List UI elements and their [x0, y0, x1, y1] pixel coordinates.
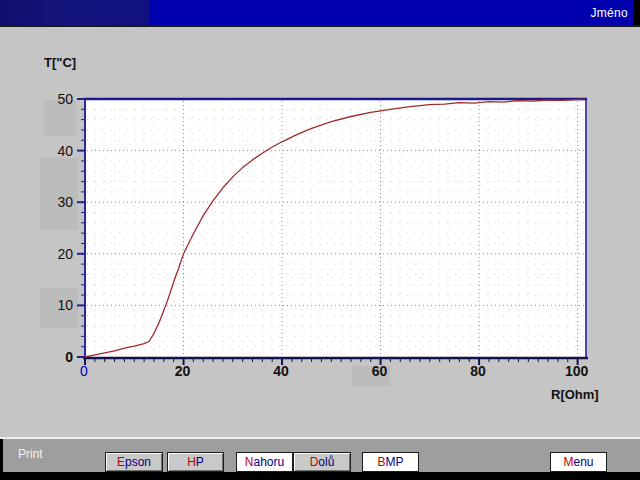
svg-text:80: 80	[470, 363, 486, 379]
titlebar-title: Jméno	[590, 6, 628, 20]
y-axis-label: T["C]	[44, 55, 76, 70]
svg-text:40: 40	[57, 143, 73, 159]
major-gridlines	[87, 101, 584, 356]
svg-text:20: 20	[57, 246, 73, 262]
footer-black-strip	[0, 472, 640, 480]
button-hp[interactable]: HP	[167, 452, 224, 472]
ghost-artifact	[40, 158, 78, 230]
chart-canvas: 01020304050020406080100	[0, 0, 640, 440]
button-nahoru[interactable]: Nahoru	[236, 452, 293, 472]
x-tick-labels: 020406080100	[80, 363, 588, 379]
svg-text:100: 100	[565, 363, 589, 379]
titlebar-right-cap	[634, 0, 640, 25]
ticks	[77, 99, 578, 365]
button-bmp[interactable]: BMP	[362, 452, 419, 472]
ghost-artifact	[352, 366, 390, 386]
ghost-artifact	[40, 288, 78, 328]
app-logo	[0, 0, 150, 25]
svg-text:0: 0	[80, 363, 88, 379]
app-screen: Jméno T["C] R[Ohm] 010203040500204060801…	[0, 0, 640, 480]
x-axis-label: R[Ohm]	[551, 387, 599, 402]
svg-text:20: 20	[175, 363, 191, 379]
plot-background	[86, 100, 585, 357]
axes	[83, 99, 588, 359]
button-dolů[interactable]: Dolů	[293, 452, 351, 472]
ghost-artifact	[44, 100, 76, 136]
print-label: Print	[18, 447, 43, 461]
svg-text:0: 0	[65, 349, 73, 365]
svg-text:40: 40	[273, 363, 289, 379]
title-bar: Jméno	[0, 0, 640, 27]
button-epson[interactable]: Epson	[105, 452, 163, 472]
data-curve	[85, 100, 585, 358]
minor-gridlines	[87, 101, 584, 356]
footer-bar: Print EpsonHPNahoruDolůBMPMenu	[0, 439, 640, 472]
button-menu[interactable]: Menu	[550, 452, 607, 472]
